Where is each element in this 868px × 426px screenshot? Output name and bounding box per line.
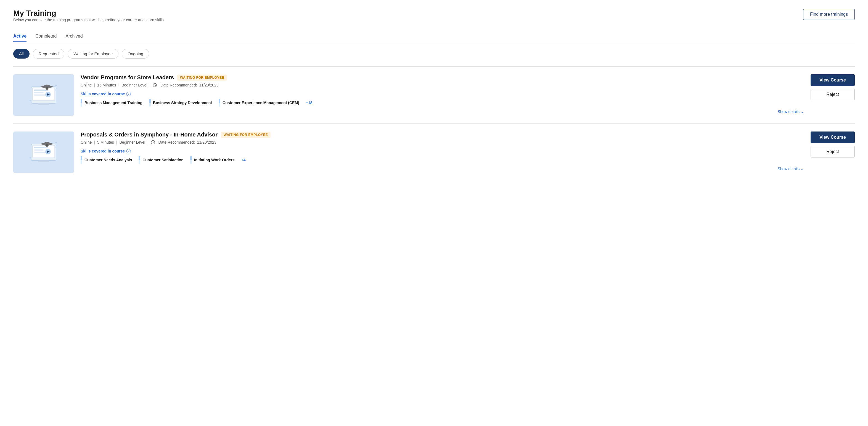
page-title: My Training: [13, 9, 165, 18]
skills-label-text: Skills covered in course: [81, 92, 125, 96]
date-recommended-label: Date Recommended:: [158, 140, 195, 144]
course-duration: 5 Minutes: [97, 140, 114, 144]
skill-item: Business Strategy Development: [149, 99, 212, 107]
course-actions: View Course Reject: [811, 132, 855, 158]
view-course-button[interactable]: View Course: [811, 74, 855, 86]
status-badge: WAITING FOR EMPLOYEE: [221, 132, 271, 138]
tab-archived[interactable]: Archived: [65, 31, 83, 42]
course-duration: 15 Minutes: [97, 83, 116, 87]
svg-point-10: [55, 85, 57, 86]
svg-rect-4: [34, 94, 46, 95]
svg-point-11: [56, 88, 57, 89]
skill-bar-indicator: [81, 99, 82, 107]
page-subtitle: Below you can see the training programs …: [13, 18, 165, 22]
skill-bar-indicator: [219, 99, 220, 107]
filter-ongoing[interactable]: Ongoing: [122, 49, 149, 59]
course-meta: Online | 15 Minutes | Beginner Level | D…: [81, 83, 804, 87]
skills-section: Skills covered in course i Business Mana…: [81, 92, 804, 107]
skills-list: Business Management Training Business St…: [81, 99, 804, 107]
svg-point-27: [56, 145, 57, 146]
course-meta: Online | 5 Minutes | Beginner Level | Da…: [81, 140, 804, 144]
svg-rect-2: [34, 89, 48, 91]
skills-more[interactable]: +18: [306, 101, 312, 105]
show-details-label: Show details: [778, 167, 800, 171]
skills-list: Customer Needs Analysis Customer Satisfa…: [81, 156, 804, 164]
reject-button[interactable]: Reject: [811, 146, 855, 158]
skill-item: Initiating Work Orders: [190, 156, 235, 164]
course-title: Proposals & Orders in Symphony - In-Home…: [81, 132, 218, 138]
course-thumbnail: + +: [13, 74, 74, 116]
date-recommended: 11/20/2023: [197, 140, 216, 144]
separator: |: [116, 140, 117, 144]
skills-label-text: Skills covered in course: [81, 149, 125, 153]
svg-text:+: +: [55, 146, 56, 149]
separator: |: [150, 83, 151, 87]
course-body: Vendor Programs for Store Leaders WAITIN…: [81, 74, 804, 114]
svg-rect-9: [46, 87, 48, 90]
skill-name: Business Strategy Development: [153, 101, 212, 105]
skill-name: Initiating Work Orders: [194, 158, 235, 162]
chevron-down-icon: ⌄: [801, 167, 804, 171]
clock-icon: [151, 140, 155, 144]
view-course-button[interactable]: View Course: [811, 132, 855, 143]
show-details-button[interactable]: Show details ⌄: [778, 109, 804, 114]
skill-bar-indicator: [81, 156, 82, 164]
skill-item: Customer Needs Analysis: [81, 156, 132, 164]
reject-button[interactable]: Reject: [811, 89, 855, 100]
tab-active[interactable]: Active: [13, 31, 27, 42]
tab-completed[interactable]: Completed: [35, 31, 57, 42]
course-format: Online: [81, 83, 92, 87]
svg-point-28: [30, 157, 31, 159]
chevron-down-icon: ⌄: [801, 109, 804, 114]
show-details-button[interactable]: Show details ⌄: [778, 167, 804, 171]
clock-icon: [153, 83, 157, 87]
skill-bar-indicator: [190, 156, 192, 164]
skills-more[interactable]: +4: [241, 158, 246, 162]
skill-bar-indicator: [149, 99, 151, 107]
svg-rect-20: [34, 152, 46, 153]
info-icon[interactable]: i: [126, 149, 131, 153]
info-icon[interactable]: i: [126, 92, 131, 96]
svg-rect-25: [46, 144, 48, 147]
separator: |: [118, 83, 120, 87]
course-card: + + Proposals & Orders in Symphony - In-…: [13, 123, 855, 181]
svg-rect-23: [38, 161, 49, 162]
skill-item: Customer Experience Management (CEM): [219, 99, 299, 107]
svg-text:+: +: [30, 161, 32, 163]
skills-section: Skills covered in course i Customer Need…: [81, 149, 804, 164]
svg-rect-7: [38, 103, 49, 105]
svg-rect-18: [34, 147, 48, 148]
svg-rect-19: [34, 149, 43, 150]
course-actions: View Course Reject: [811, 74, 855, 100]
course-thumbnail: + +: [13, 132, 74, 173]
find-more-trainings-button[interactable]: Find more trainings: [803, 9, 855, 20]
course-level: Beginner Level: [119, 140, 145, 144]
skill-name: Customer Satisfaction: [143, 158, 184, 162]
filter-requested[interactable]: Requested: [33, 49, 65, 59]
skill-item: Customer Satisfaction: [138, 156, 184, 164]
filter-waiting-for-employee[interactable]: Waiting for Employee: [68, 49, 118, 59]
separator: |: [94, 83, 95, 87]
skill-name: Customer Experience Management (CEM): [222, 101, 299, 105]
show-details-label: Show details: [778, 109, 800, 114]
skill-item: Business Management Training: [81, 99, 143, 107]
course-title: Vendor Programs for Store Leaders: [81, 74, 174, 81]
separator: |: [148, 140, 149, 144]
skill-name: Business Management Training: [85, 101, 143, 105]
svg-text:+: +: [30, 104, 32, 106]
course-card: + + Vendor Programs for Store Leaders WA…: [13, 66, 855, 123]
svg-text:+: +: [55, 88, 56, 91]
course-format: Online: [81, 140, 92, 144]
skill-bar-indicator: [138, 156, 140, 164]
date-recommended-label: Date Recommended:: [160, 83, 197, 87]
course-level: Beginner Level: [122, 83, 147, 87]
filter-all[interactable]: All: [13, 49, 30, 59]
course-body: Proposals & Orders in Symphony - In-Home…: [81, 132, 804, 171]
date-recommended: 11/20/2023: [199, 83, 219, 87]
svg-point-26: [55, 142, 57, 143]
skill-name: Customer Needs Analysis: [85, 158, 132, 162]
svg-point-12: [30, 100, 31, 102]
separator: |: [94, 140, 95, 144]
svg-rect-3: [34, 92, 43, 93]
status-badge: WAITING FOR EMPLOYEE: [177, 75, 227, 81]
